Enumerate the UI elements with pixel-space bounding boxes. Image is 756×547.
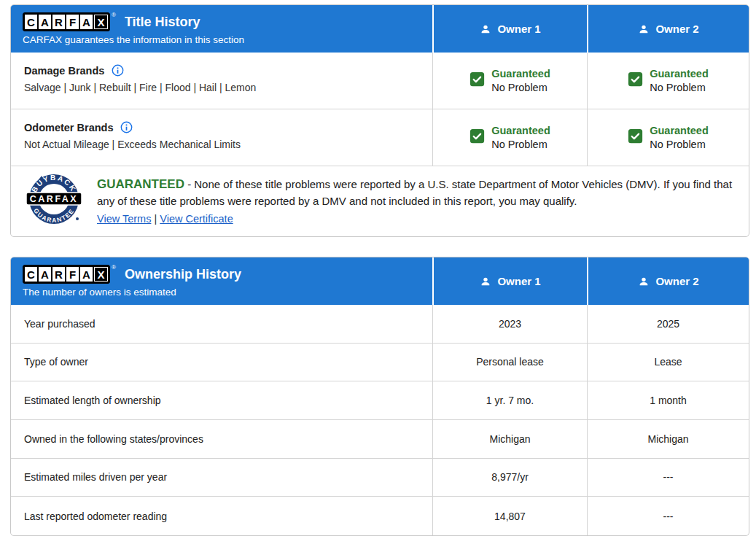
miles-per-year-row: Estimated miles driven per year 8,977/yr… (11, 459, 749, 497)
states-provinces-row: Owned in the following states/provinces … (11, 420, 749, 459)
title-history-section: C A R F A X ® Title History CARFAX guara… (10, 4, 749, 237)
carfax-report-page: C A R F A X ® Title History CARFAX guara… (0, 0, 756, 547)
no-problem-text: No Problem (491, 81, 550, 94)
odometer-brands-label-cell: Odometer Brands Not Actual Mileage | Exc… (11, 109, 432, 166)
damage-brands-owner-1-cell: Guaranteed No Problem (432, 53, 587, 109)
guaranteed-status-badge: Guaranteed No Problem (628, 67, 709, 93)
no-problem-text: No Problem (650, 81, 709, 94)
owner-2-value: --- (587, 459, 749, 497)
guarantee-description: - None of these title problems were repo… (97, 178, 732, 208)
guaranteed-status-badge: Guaranteed No Problem (469, 67, 550, 93)
guaranteed-text: Guaranteed (491, 67, 550, 80)
guaranteed-heading: GUARANTEED (97, 177, 184, 191)
carfax-logo-letter: R (52, 267, 65, 282)
row-label: Type of owner (11, 344, 432, 381)
carfax-logo-letter-x: X (94, 267, 108, 282)
title-history-title-cell: C A R F A X ® Title History CARFAX guara… (11, 5, 432, 53)
guaranteed-text: Guaranteed (650, 67, 709, 80)
length-of-ownership-row: Estimated length of ownership 1 yr. 7 mo… (11, 381, 749, 420)
row-label: Last reported odometer reading (11, 497, 432, 535)
person-icon (638, 276, 650, 287)
ownership-history-header: C A R F A X ® Ownership History The numb… (11, 257, 749, 305)
damage-brands-label: Damage Brands (24, 65, 104, 77)
owner-2-value: 1 month (587, 381, 749, 419)
checkbox-checked-icon (628, 128, 643, 147)
title-history-subtitle: CARFAX guarantees the information in thi… (23, 34, 432, 45)
owner-2-label: Owner 2 (655, 275, 698, 287)
guaranteed-text: Guaranteed (650, 124, 709, 137)
no-problem-text: No Problem (491, 138, 550, 151)
carfax-logo-letter: A (80, 15, 93, 29)
carfax-logo-letter-x: X (94, 15, 108, 29)
checkbox-checked-icon (628, 71, 643, 90)
buyback-guarantee-row: BUYBACK GUARANTEE CARFAX GUARANTEED - No… (11, 166, 749, 236)
owner-1-value: 8,977/yr (432, 459, 587, 497)
carfax-logo-letter: A (39, 267, 51, 282)
owner-2-column-header: Owner 2 (588, 257, 749, 305)
odometer-brands-owner-2-cell: Guaranteed No Problem (587, 109, 749, 166)
ownership-history-subtitle: The number of owners is estimated (23, 287, 432, 298)
ownership-history-title-cell: C A R F A X ® Ownership History The numb… (11, 257, 432, 305)
owner-2-label: Owner 2 (655, 23, 698, 35)
owner-2-column-header: Owner 2 (588, 5, 749, 53)
title-history-header: C A R F A X ® Title History CARFAX guara… (11, 5, 749, 53)
info-icon[interactable] (111, 63, 125, 77)
owner-2-value: Lease (587, 344, 749, 381)
carfax-logo-letter: F (66, 15, 79, 29)
checkbox-checked-icon (469, 128, 485, 147)
year-purchased-row: Year purchased 2023 2025 (11, 305, 749, 344)
carfax-logo-letter: F (66, 267, 79, 282)
odometer-reading-row: Last reported odometer reading 14,807 --… (11, 497, 749, 535)
view-terms-link[interactable]: View Terms (97, 213, 151, 225)
damage-brands-label-cell: Damage Brands Salvage | Junk | Rebuilt |… (11, 53, 432, 109)
view-certificate-link[interactable]: View Certificate (160, 213, 233, 225)
carfax-logo: C A R F A X (23, 12, 110, 31)
info-icon[interactable] (120, 120, 133, 134)
registered-trademark: ® (112, 265, 116, 271)
damage-brands-sublabel: Salvage | Junk | Rebuilt | Fire | Flood … (24, 82, 419, 93)
guaranteed-status-badge: Guaranteed No Problem (469, 124, 550, 150)
row-label: Estimated length of ownership (11, 381, 432, 419)
owner-2-value: --- (587, 497, 749, 535)
odometer-brands-row: Odometer Brands Not Actual Mileage | Exc… (11, 109, 749, 166)
carfax-logo-letter: R (52, 15, 65, 29)
owner-1-value: 1 yr. 7 mo. (432, 381, 587, 419)
owner-1-label: Owner 1 (497, 275, 540, 287)
owner-2-value: Michigan (587, 420, 749, 458)
owner-1-column-header: Owner 1 (434, 257, 587, 305)
carfax-logo-letter: C (25, 267, 37, 282)
buyback-guarantee-badge: BUYBACK GUARANTEE CARFAX (24, 171, 84, 231)
damage-brands-row: Damage Brands Salvage | Junk | Rebuilt |… (11, 53, 749, 109)
carfax-logo-letter: C (25, 15, 37, 29)
carfax-logo-letter: A (80, 267, 93, 282)
person-icon (480, 276, 491, 287)
owner-1-value: 2023 (432, 305, 587, 343)
carfax-logo-letter: A (39, 15, 51, 29)
owner-1-value: Michigan (432, 420, 587, 458)
row-label: Year purchased (11, 305, 432, 343)
title-history-title: Title History (125, 12, 200, 31)
odometer-brands-sublabel: Not Actual Mileage | Exceeds Mechanical … (24, 139, 419, 150)
no-problem-text: No Problem (650, 138, 709, 151)
odometer-brands-owner-1-cell: Guaranteed No Problem (432, 109, 587, 166)
svg-text:CARFAX: CARFAX (30, 194, 78, 204)
owner-1-label: Owner 1 (497, 23, 540, 35)
person-icon (480, 23, 491, 35)
owner-1-column-header: Owner 1 (434, 5, 587, 53)
damage-brands-owner-2-cell: Guaranteed No Problem (587, 53, 749, 109)
owner-1-value: Personal lease (432, 344, 587, 381)
row-label: Estimated miles driven per year (11, 459, 432, 497)
checkbox-checked-icon (469, 71, 485, 90)
ownership-history-section: C A R F A X ® Ownership History The numb… (10, 257, 749, 536)
row-label: Owned in the following states/provinces (11, 420, 432, 458)
type-of-owner-row: Type of owner Personal lease Lease (11, 344, 749, 382)
registered-trademark: ® (112, 12, 116, 18)
owner-2-value: 2025 (587, 305, 749, 343)
link-separator: | (154, 213, 157, 225)
owner-1-value: 14,807 (432, 497, 587, 535)
guaranteed-text: Guaranteed (491, 124, 550, 137)
person-icon (638, 23, 650, 35)
ownership-history-title: Ownership History (125, 265, 241, 284)
odometer-brands-label: Odometer Brands (24, 122, 113, 133)
carfax-logo: C A R F A X (23, 265, 110, 284)
